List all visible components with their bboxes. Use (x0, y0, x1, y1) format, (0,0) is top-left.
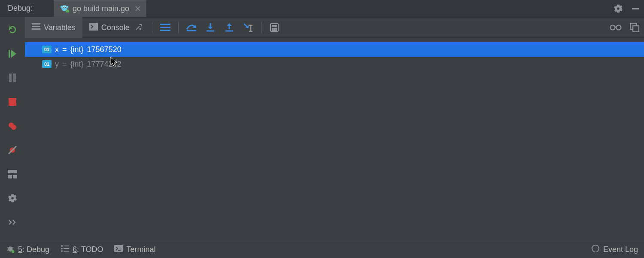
variable-value: 17774272 (87, 60, 122, 69)
status-terminal-tool[interactable]: Terminal (114, 245, 155, 254)
svg-rect-11 (13, 74, 16, 82)
run-to-cursor-icon[interactable] (239, 17, 258, 38)
svg-point-59 (61, 250, 63, 252)
svg-rect-21 (32, 26, 40, 27)
variable-value: 17567520 (87, 45, 122, 54)
svg-point-57 (61, 248, 63, 249)
variables-tab[interactable]: Variables (25, 17, 82, 38)
svg-line-51 (12, 248, 13, 248)
variable-name: y (55, 60, 59, 69)
svg-line-52 (7, 250, 9, 250)
variable-type: {int} (70, 60, 84, 69)
variable-row[interactable]: 01 x = {int} 17567520 (25, 42, 644, 57)
todo-list-icon (61, 245, 69, 254)
svg-point-55 (61, 245, 63, 247)
svg-line-16 (9, 146, 16, 154)
svg-line-50 (7, 248, 9, 248)
svg-rect-23 (89, 23, 98, 31)
mute-breakpoints-icon[interactable] (6, 144, 19, 157)
close-tab-icon[interactable] (135, 4, 140, 13)
view-breakpoints-icon[interactable] (6, 120, 19, 132)
variable-type: {int} (70, 45, 84, 54)
svg-rect-58 (64, 248, 69, 249)
debug-main: Variables Console (0, 17, 644, 241)
settings-icon[interactable] (610, 0, 627, 17)
status-todo-tool[interactable]: 6: TODO (61, 245, 103, 254)
status-debug-label: : Debug (22, 245, 49, 254)
layout-icon[interactable] (6, 168, 19, 181)
svg-rect-56 (64, 246, 69, 246)
step-over-icon[interactable] (182, 17, 201, 38)
svg-point-2 (67, 6, 68, 8)
svg-rect-17 (8, 170, 17, 173)
stop-icon[interactable] (6, 95, 19, 108)
event-log-label: Event Log (603, 245, 638, 254)
debug-toolbar: Variables Console (25, 17, 644, 38)
debug-title: Debug: (0, 0, 53, 17)
minimize-icon[interactable] (627, 0, 644, 17)
debug-settings-icon[interactable] (6, 192, 19, 205)
debug-side-toolbar (0, 17, 25, 241)
event-log-icon (591, 244, 600, 255)
watches-glasses-icon[interactable] (606, 17, 625, 38)
svg-rect-64 (595, 251, 596, 252)
svg-rect-25 (160, 24, 170, 25)
gopher-icon (60, 3, 69, 15)
svg-rect-22 (32, 28, 40, 30)
status-debug-tool[interactable]: 5: Debug (6, 244, 49, 255)
status-todo-label: : TODO (77, 245, 103, 254)
svg-point-54 (12, 250, 14, 253)
svg-rect-61 (114, 245, 123, 252)
svg-point-6 (65, 7, 66, 8)
svg-point-43 (275, 30, 276, 31)
equals-sign: = (62, 45, 67, 54)
svg-rect-47 (633, 26, 639, 32)
svg-point-63 (592, 245, 599, 252)
svg-point-14 (11, 125, 16, 130)
svg-rect-19 (13, 175, 17, 178)
console-tab[interactable]: Console (82, 17, 149, 38)
rerun-icon[interactable] (6, 23, 19, 36)
svg-rect-20 (32, 23, 40, 25)
svg-rect-27 (160, 30, 170, 31)
int-badge-icon: 01 (42, 46, 52, 53)
variables-icon (32, 23, 40, 32)
pause-icon[interactable] (6, 71, 19, 84)
more-icon[interactable] (6, 216, 19, 229)
variables-label: Variables (44, 23, 76, 32)
svg-rect-9 (9, 50, 10, 58)
step-into-icon[interactable] (201, 17, 220, 38)
variables-view[interactable]: 01 x = {int} 17567520 01 y = {int} 17774… (25, 38, 644, 241)
svg-point-40 (275, 28, 276, 30)
step-out-icon[interactable] (220, 17, 239, 38)
svg-point-45 (617, 25, 621, 30)
variable-row[interactable]: 01 y = {int} 17774272 (25, 57, 644, 71)
status-todo-number: 6 (73, 245, 77, 254)
status-event-log[interactable]: Event Log (591, 244, 638, 255)
run-config-label: go build main.go (73, 4, 129, 13)
bug-icon (6, 244, 15, 255)
svg-rect-18 (8, 175, 12, 178)
console-label: Console (101, 23, 130, 32)
variable-name: x (55, 45, 59, 54)
svg-rect-8 (632, 8, 639, 9)
console-pop-icon[interactable] (136, 23, 142, 32)
evaluate-expression-icon[interactable] (265, 17, 284, 38)
run-config-tab[interactable]: go build main.go (53, 0, 147, 17)
show-execution-point-icon[interactable] (156, 17, 175, 38)
svg-rect-60 (64, 251, 69, 252)
status-bar: 5: Debug 6: TODO Terminal Event Log (0, 241, 644, 258)
svg-point-42 (273, 30, 275, 31)
restore-layout-icon[interactable] (625, 17, 644, 38)
equals-sign: = (62, 60, 67, 69)
svg-point-41 (272, 30, 273, 31)
svg-rect-26 (160, 27, 170, 28)
status-debug-number: 5 (18, 245, 22, 254)
svg-rect-12 (9, 98, 16, 106)
svg-point-1 (61, 6, 62, 8)
resume-icon[interactable] (6, 47, 19, 60)
svg-point-39 (273, 28, 275, 30)
console-icon (89, 23, 98, 33)
svg-point-38 (272, 28, 273, 30)
svg-point-5 (63, 7, 64, 8)
